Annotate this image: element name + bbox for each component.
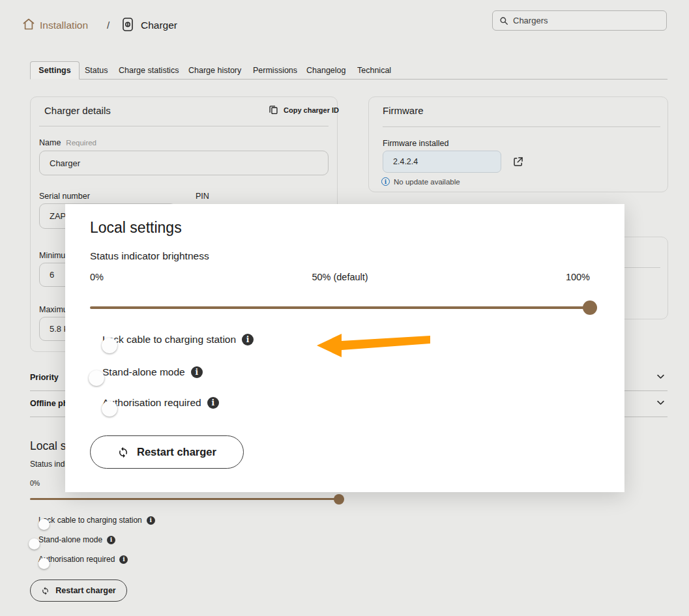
toggle-row-lock-cable-bg: Lock cable to charging station i — [30, 516, 155, 525]
name-label: Name — [39, 138, 61, 147]
firmware-title: Firmware — [383, 105, 424, 116]
toggle-row-standalone-bg: Stand-alone mode i — [30, 535, 115, 544]
info-icon[interactable]: i — [107, 536, 115, 544]
brightness-slider-overlay[interactable] — [90, 306, 590, 309]
toggle-row-standalone: Stand-alone mode i — [90, 366, 203, 378]
info-icon[interactable]: i — [191, 366, 203, 378]
brightness-slider-bg[interactable] — [30, 498, 648, 500]
accordion-offline-label: Offline ph — [30, 399, 68, 408]
toggle-row-authorisation-bg: Authorisation required i — [30, 555, 128, 564]
copy-charger-id-label: Copy charger ID — [284, 106, 339, 114]
sync-icon — [117, 447, 129, 458]
tab-changelog[interactable]: Changelog — [304, 61, 348, 80]
standalone-label: Stand-alone mode — [102, 366, 185, 378]
info-icon[interactable]: i — [147, 516, 155, 525]
lock-cable-label: Lock cable to charging station — [102, 334, 236, 345]
slider-thumb[interactable] — [583, 301, 597, 315]
app-page: Installation / Charger Settings Status C… — [0, 0, 689, 616]
overlay-slider-max: 100% — [90, 272, 590, 282]
toggle-row-authorisation: Authorisation required i — [90, 397, 219, 409]
slider-min-label-bg: 0% — [30, 479, 40, 487]
name-input[interactable]: Charger — [39, 151, 329, 175]
slider-fill — [30, 498, 339, 500]
restart-charger-button-bg[interactable]: Restart charger — [30, 579, 127, 602]
slider-fill — [90, 306, 590, 309]
annotation-arrow-icon — [315, 328, 432, 362]
search-box[interactable] — [492, 10, 667, 31]
tab-charge-history[interactable]: Charge history — [186, 61, 244, 80]
home-icon[interactable] — [22, 18, 35, 33]
firmware-installed-label: Firmware installed — [383, 139, 448, 148]
tab-technical[interactable]: Technical — [355, 61, 394, 80]
chevron-down-icon[interactable] — [656, 398, 666, 410]
accordion-priority-label: Priority — [30, 373, 59, 382]
card-divider — [39, 126, 329, 126]
search-input[interactable] — [513, 16, 660, 25]
firmware-version-field: 2.4.2.4 — [383, 151, 501, 173]
info-icon[interactable]: i — [242, 334, 254, 345]
charger-icon — [122, 17, 134, 35]
info-icon[interactable]: i — [207, 397, 219, 409]
restart-charger-label: Restart charger — [55, 586, 115, 595]
lock-cable-label: Lock cable to charging station — [38, 516, 142, 525]
name-label-row: Name Required — [39, 138, 96, 147]
tab-permissions[interactable]: Permissions — [250, 61, 300, 80]
firmware-version-value: 2.4.2.4 — [393, 157, 418, 166]
firmware-divider — [383, 126, 660, 127]
standalone-label: Stand-alone mode — [38, 535, 102, 544]
tab-settings[interactable]: Settings — [30, 61, 80, 80]
copy-charger-id-button[interactable]: Copy charger ID — [269, 105, 339, 115]
chevron-down-icon[interactable] — [656, 372, 666, 384]
copy-icon — [269, 105, 278, 115]
name-required-hint: Required — [66, 139, 96, 147]
breadcrumb-installation[interactable]: Installation — [40, 20, 88, 31]
overlay-brightness-label: Status indicator brightness — [90, 250, 209, 262]
toggle-row-lock-cable: Lock cable to charging station i — [90, 334, 254, 345]
serial-number-label: Serial number — [39, 192, 90, 201]
overlay-title: Local settings — [90, 219, 182, 237]
restart-charger-label: Restart charger — [137, 446, 216, 458]
breadcrumb-separator: / — [107, 20, 110, 31]
update-status-text: No update available — [394, 178, 460, 186]
external-link-icon[interactable] — [512, 156, 524, 170]
authorisation-label: Authorisation required — [38, 555, 115, 564]
name-value: Charger — [50, 158, 80, 168]
search-icon — [499, 16, 508, 25]
blue-info-icon: i — [381, 177, 390, 186]
slider-thumb[interactable] — [334, 494, 344, 505]
sync-icon — [41, 587, 50, 595]
local-settings-overlay: Local settings Status indicator brightne… — [65, 204, 624, 492]
charger-details-title: Charger details — [44, 105, 111, 116]
restart-charger-button[interactable]: Restart charger — [90, 435, 244, 469]
breadcrumb-current: Charger — [141, 20, 177, 31]
tab-charge-statistics[interactable]: Charge statistics — [116, 61, 181, 80]
firmware-update-status: i No update available — [381, 177, 460, 186]
pin-label: PIN — [196, 192, 209, 201]
tab-status[interactable]: Status — [82, 61, 110, 80]
minimum-value: 6 — [50, 270, 54, 280]
info-icon[interactable]: i — [119, 555, 128, 564]
